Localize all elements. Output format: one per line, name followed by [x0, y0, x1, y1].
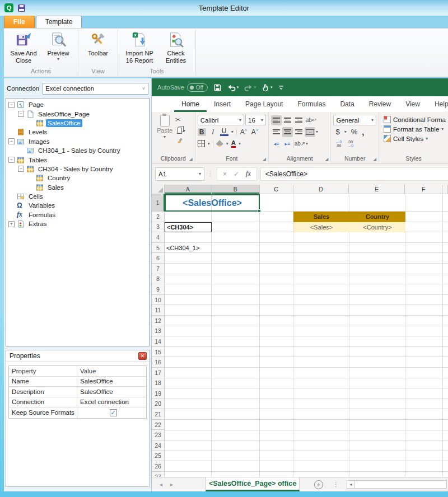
property-value[interactable]: SalesOffice — [80, 378, 113, 385]
preview-button[interactable]: Preview ▾ — [42, 31, 74, 62]
autosave-toggle[interactable]: AutoSave Off — [157, 83, 208, 92]
cell-E2[interactable]: Country — [349, 212, 405, 222]
tree-item-cells[interactable]: Cells — [6, 192, 149, 201]
column-header-D[interactable]: D — [293, 185, 349, 194]
row-header-27[interactable]: 27 — [152, 472, 165, 477]
borders-dropdown-icon[interactable]: ▾ — [208, 141, 210, 146]
column-header-F[interactable]: F — [405, 185, 442, 194]
row-header-25[interactable]: 25 — [152, 451, 165, 462]
middle-align-button[interactable] — [282, 115, 293, 125]
top-align-button[interactable] — [271, 115, 282, 125]
tree-item-extras[interactable]: +Extras — [6, 219, 149, 228]
horizontal-scrollbar[interactable] — [355, 480, 447, 489]
tab-file[interactable]: File — [4, 16, 35, 28]
paste-button[interactable]: Paste ▾ — [154, 114, 175, 154]
column-header-E[interactable]: E — [349, 185, 405, 194]
property-value[interactable]: SalesOffice — [80, 388, 113, 395]
currency-dropdown-icon[interactable]: ▾ — [344, 129, 347, 134]
cell-D2[interactable]: Sales — [293, 212, 349, 222]
font-size-select[interactable]: 16▾ — [245, 115, 266, 125]
row-header-16[interactable]: 16 — [152, 357, 165, 368]
bottom-align-button[interactable] — [293, 115, 304, 125]
borders-button[interactable] — [198, 140, 205, 147]
increase-indent-button[interactable]: ▸≡ — [282, 139, 293, 149]
currency-button[interactable]: $ — [335, 128, 339, 136]
column-header-B[interactable]: B — [212, 185, 260, 194]
tree-item-salesoffice-page[interactable]: −SalesOffice_Page — [6, 109, 149, 118]
row-header-17[interactable]: 17 — [152, 368, 165, 378]
row-header-10[interactable]: 10 — [152, 295, 165, 306]
comma-button[interactable]: , — [362, 127, 364, 137]
column-header-A[interactable]: A — [165, 185, 212, 194]
align-left-button[interactable] — [271, 127, 282, 137]
orientation-dropdown-icon[interactable]: ▾ — [306, 141, 308, 146]
prev-sheet-button[interactable]: ◂ — [160, 481, 162, 487]
fill-dropdown-icon[interactable]: ▾ — [226, 141, 228, 146]
number-format-select[interactable]: General▾ — [333, 115, 376, 125]
row-header-18[interactable]: 18 — [152, 378, 165, 389]
insert-function-button[interactable]: fx — [246, 170, 251, 178]
check-entities-button[interactable]: Check Entities — [160, 31, 192, 64]
row-header-7[interactable]: 7 — [152, 264, 165, 274]
tree-item-page[interactable]: −Page — [6, 100, 149, 109]
undo-dropdown-icon[interactable]: ▾ — [237, 85, 239, 90]
decrease-decimal-button[interactable]: .00→0 — [347, 140, 353, 148]
font-dialog-launcher[interactable]: ◢ — [263, 157, 266, 162]
checkbox-checked[interactable]: ✓ — [110, 409, 117, 416]
excel-tab-page-layout[interactable]: Page Layout — [238, 97, 290, 112]
row-header-24[interactable]: 24 — [152, 440, 165, 451]
fill-handle[interactable] — [258, 209, 261, 213]
fill-color-button[interactable] — [216, 140, 223, 147]
row-header-9[interactable]: 9 — [152, 284, 165, 295]
column-header-C[interactable]: C — [260, 185, 293, 194]
cell-A3[interactable]: <CH304> — [165, 222, 212, 233]
collapse-icon[interactable]: − — [8, 157, 15, 163]
wrap-text-button[interactable]: ab↩ — [306, 115, 316, 125]
row-header-20[interactable]: 20 — [152, 399, 165, 410]
increase-decimal-button[interactable]: ←0.00 — [335, 140, 342, 148]
cancel-button[interactable]: × — [223, 170, 227, 178]
tree-item-ch304-sales-by-country[interactable]: −CH304 - Sales by Country — [6, 165, 149, 174]
row-header-12[interactable]: 12 — [152, 316, 165, 326]
row-header-13[interactable]: 13 — [152, 326, 165, 337]
enter-button[interactable]: ✓ — [234, 170, 239, 178]
percent-button[interactable]: % — [351, 128, 358, 136]
alignment-dialog-launcher[interactable]: ◢ — [325, 157, 328, 162]
format-as-table-button[interactable]: Format as Table▾ — [384, 125, 446, 133]
row-header-26[interactable]: 26 — [152, 461, 165, 472]
decrease-font-button[interactable]: A — [251, 128, 259, 136]
column-header-partial[interactable] — [442, 185, 448, 194]
row-header-11[interactable]: 11 — [152, 305, 165, 316]
tree-item-variables[interactable]: ΩVariables — [6, 201, 149, 210]
cell-A5[interactable]: <CH304_1> — [165, 243, 212, 254]
row-header-2[interactable]: 2 — [152, 212, 165, 222]
format-painter-button[interactable] — [175, 137, 185, 146]
next-sheet-button[interactable]: ▸ — [170, 481, 173, 487]
connection-select[interactable]: Excel connection ˅ — [43, 83, 148, 95]
row-header-4[interactable]: 4 — [152, 232, 165, 243]
align-right-button[interactable] — [293, 127, 304, 137]
row-header-22[interactable]: 22 — [152, 420, 165, 430]
decrease-indent-button[interactable]: ◂≡ — [271, 139, 282, 149]
cell-D3[interactable]: <Sales> — [293, 222, 349, 233]
row-header-19[interactable]: 19 — [152, 388, 165, 399]
select-all-button[interactable] — [152, 185, 165, 194]
sheet-tab[interactable]: <SalesOffice_Page> office — [206, 477, 300, 491]
new-sheet-button[interactable]: + — [314, 480, 323, 489]
close-icon[interactable]: ✕ — [138, 352, 147, 360]
row-header-5[interactable]: 5 — [152, 243, 165, 254]
increase-font-button[interactable]: A — [240, 128, 248, 136]
formula-input[interactable]: <SalesOffice> — [260, 167, 448, 181]
preview-dropdown-icon[interactable]: ▾ — [57, 57, 59, 62]
font-color-button[interactable]: A — [231, 140, 236, 148]
merge-center-button[interactable]: ↔ — [305, 127, 315, 137]
tree-item-country[interactable]: Country — [6, 174, 149, 182]
touch-mode-dropdown-icon[interactable]: ▾ — [270, 85, 273, 90]
row-header-15[interactable]: 15 — [152, 347, 165, 358]
excel-tab-home[interactable]: Home — [174, 97, 207, 112]
clipboard-dialog-launcher[interactable]: ◢ — [189, 157, 192, 162]
scroll-left-button[interactable]: ◂ — [347, 480, 355, 489]
excel-tab-formulas[interactable]: Formulas — [290, 97, 333, 112]
orientation-button[interactable]: ab↗ — [295, 139, 305, 149]
copy-button[interactable]: ▾ — [175, 126, 185, 135]
